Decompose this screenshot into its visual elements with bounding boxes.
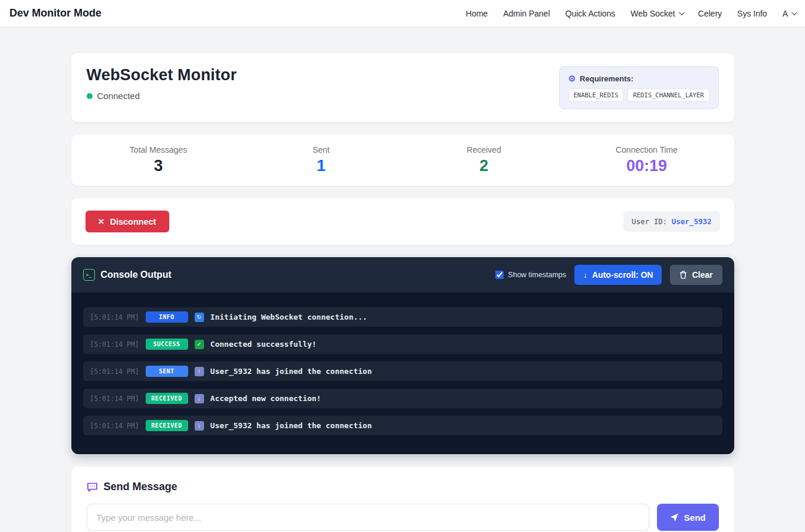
stat-value: 2 (403, 156, 566, 175)
requirements-chips: ENABLE_REDIS REDIS_CHANNEL_LAYER (569, 88, 709, 101)
stats-card: Total Messages 3 Sent 1 Received 2 Conne… (71, 134, 734, 186)
log-message: Connected successfully! (211, 340, 317, 349)
log-row: [5:01:14 PM] SENT ↑ User_5932 has joined… (83, 362, 722, 381)
send-message-title: Send Message (104, 481, 178, 493)
message-input[interactable] (87, 504, 649, 531)
console-output-area[interactable]: [5:01:14 PM] INFO ↻ Initiating WebSocket… (71, 293, 734, 454)
log-timestamp: [5:01:14 PM] (90, 422, 139, 430)
status-dot-icon (87, 93, 93, 99)
inbox-icon: ↓ (195, 394, 204, 403)
stat-sent: Sent 1 (240, 145, 403, 175)
connection-controls-card: × Disconnect User ID: User_5932 (71, 198, 734, 245)
log-level-badge: RECEIVED (146, 420, 188, 431)
refresh-icon: ↻ (195, 313, 204, 322)
log-row: [5:01:14 PM] RECEIVED ↓ User_5932 has jo… (83, 416, 722, 435)
log-message: Accepted new connection! (211, 394, 321, 403)
nav-item-home[interactable]: Home (466, 9, 488, 18)
send-button[interactable]: Send (657, 504, 719, 531)
log-timestamp: [5:01:14 PM] (90, 313, 139, 321)
user-id-label: User ID: (632, 217, 672, 226)
nav-item-sys-info[interactable]: Sys Info (737, 9, 767, 18)
clear-button-label: Clear (692, 270, 712, 280)
log-row: [5:01:14 PM] SUCCESS ✓ Connected success… (83, 334, 722, 354)
disconnect-button[interactable]: × Disconnect (86, 211, 169, 232)
requirements-label: Requirements: (580, 74, 633, 83)
nav-item-user-menu[interactable]: A (783, 9, 796, 18)
nav-item-web-socket-label: Web Socket (630, 9, 675, 18)
send-button-label: Send (684, 513, 706, 523)
disconnect-button-label: Disconnect (110, 217, 156, 226)
send-message-row: Send (87, 504, 719, 531)
stat-value: 1 (240, 156, 403, 175)
x-icon: × (98, 216, 104, 226)
stat-label: Total Messages (77, 145, 240, 155)
log-row: [5:01:14 PM] INFO ↻ Initiating WebSocket… (83, 307, 722, 327)
console-controls: Show timestamps ↓ Auto-scroll: ON Clear (495, 265, 722, 285)
stat-received: Received 2 (403, 145, 566, 175)
connection-status: Connected (87, 91, 237, 101)
show-timestamps-label: Show timestamps (508, 271, 566, 279)
requirements-box: ⚙ Requirements: ENABLE_REDIS REDIS_CHANN… (559, 66, 719, 109)
brand-title: Dev Monitor Mode (9, 7, 101, 19)
console-title-wrap: >_ Console Output (83, 269, 172, 281)
console-card: >_ Console Output Show timestamps ↓ Auto… (71, 257, 734, 454)
stat-label: Sent (240, 145, 403, 155)
chevron-down-icon (679, 9, 685, 15)
outbox-icon: ↑ (195, 367, 204, 376)
log-level-badge: RECEIVED (146, 393, 188, 404)
show-timestamps-checkbox[interactable] (495, 271, 504, 279)
requirements-header: ⚙ Requirements: (569, 74, 709, 83)
check-icon: ✓ (195, 340, 204, 349)
page-title: WebSocket Monitor (87, 66, 237, 84)
log-timestamp: [5:01:14 PM] (90, 367, 139, 376)
console-title: Console Output (101, 270, 172, 280)
stat-value: 00:19 (566, 156, 728, 175)
user-id-value: User_5932 (672, 217, 712, 226)
log-level-badge: SUCCESS (146, 339, 188, 350)
stat-value: 3 (77, 156, 240, 175)
main-content: WebSocket Monitor Connected ⚙ Requiremen… (71, 27, 734, 532)
stat-total-messages: Total Messages 3 (77, 145, 240, 175)
nav-item-user-label: A (783, 9, 788, 18)
arrow-down-icon: ↓ (583, 270, 587, 280)
nav-item-celery[interactable]: Celery (698, 9, 722, 18)
log-row: [5:01:14 PM] RECEIVED ↓ Accepted new con… (83, 389, 722, 408)
nav-links: Home Admin Panel Quick Actions Web Socke… (466, 9, 796, 18)
log-level-badge: SENT (146, 366, 188, 377)
log-message: User_5932 has joined the connection (211, 421, 372, 430)
requirement-chip: ENABLE_REDIS (569, 88, 624, 101)
log-timestamp: [5:01:14 PM] (90, 395, 139, 403)
clear-button[interactable]: Clear (670, 265, 722, 285)
log-message: User_5932 has joined the connection (211, 367, 372, 376)
stat-label: Connection Time (566, 145, 728, 155)
log-timestamp: [5:01:14 PM] (90, 340, 139, 349)
navbar: Dev Monitor Mode Home Admin Panel Quick … (0, 0, 805, 27)
gear-icon: ⚙ (569, 74, 576, 83)
log-message: Initiating WebSocket connection... (211, 313, 367, 321)
chevron-down-icon (791, 9, 797, 15)
terminal-icon: >_ (83, 269, 95, 281)
nav-item-admin-panel[interactable]: Admin Panel (503, 9, 550, 18)
send-message-header: Send Message (87, 481, 719, 493)
autoscroll-button-label: Auto-scroll: ON (592, 270, 653, 280)
monitor-header-card: WebSocket Monitor Connected ⚙ Requiremen… (71, 53, 734, 122)
nav-item-web-socket[interactable]: Web Socket (630, 9, 682, 18)
console-header: >_ Console Output Show timestamps ↓ Auto… (71, 257, 734, 293)
stat-label: Received (403, 145, 566, 155)
status-label: Connected (97, 91, 140, 101)
trash-icon (679, 271, 687, 279)
user-id-box: User ID: User_5932 (623, 211, 719, 232)
paper-plane-icon (670, 513, 679, 522)
requirement-chip: REDIS_CHANNEL_LAYER (627, 88, 709, 101)
monitor-header-left: WebSocket Monitor Connected (87, 66, 237, 101)
log-level-badge: INFO (146, 311, 188, 323)
autoscroll-button[interactable]: ↓ Auto-scroll: ON (574, 265, 662, 285)
inbox-icon: ↓ (195, 421, 204, 431)
chat-bubble-icon (87, 482, 98, 492)
stat-connection-time: Connection Time 00:19 (566, 145, 728, 175)
send-message-card: Send Message Send (71, 467, 734, 532)
nav-item-quick-actions[interactable]: Quick Actions (566, 9, 616, 18)
show-timestamps-toggle[interactable]: Show timestamps (495, 271, 566, 279)
